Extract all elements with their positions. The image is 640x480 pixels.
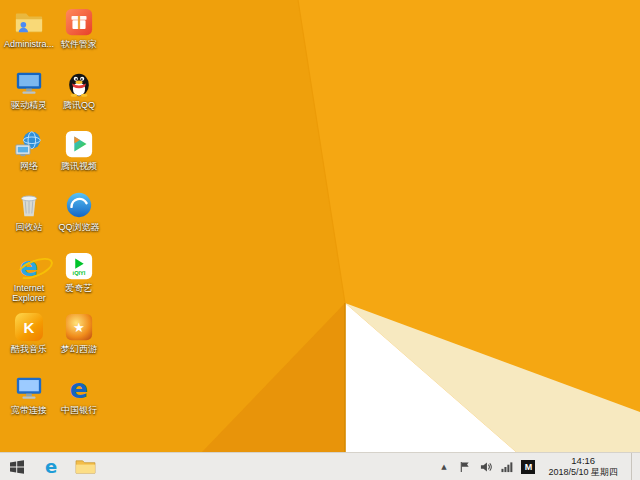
tencent-video-play-icon xyxy=(63,128,95,160)
folder-icon xyxy=(75,458,96,475)
kuwo-music-icon: K xyxy=(13,311,45,343)
desktop-icon-recycle-bin[interactable]: 回收站 xyxy=(1,189,57,250)
desktop-icon-qq-browser[interactable]: QQ浏览器 xyxy=(51,189,107,250)
ime-indicator[interactable]: M xyxy=(521,460,535,474)
desktop-icon-label: 中国银行 xyxy=(61,405,97,415)
desktop-icon-column-1: Administra... 驱动精灵 xyxy=(1,6,57,433)
taskbar-file-explorer-button[interactable] xyxy=(68,453,102,480)
network-globe-icon xyxy=(13,128,45,160)
bank-e-glyph: e xyxy=(70,375,88,402)
desktop-icon-label: 宽带连接 xyxy=(11,405,47,415)
software-manager-icon xyxy=(63,6,95,38)
windows-logo-icon xyxy=(8,458,26,476)
chevron-up-icon: ▲ xyxy=(441,463,446,471)
bank-e-icon: e xyxy=(63,372,95,404)
desktop-icon-label: 网络 xyxy=(20,161,38,171)
speaker-icon xyxy=(480,461,492,473)
desktop-icon-tencent-video[interactable]: 腾讯视频 xyxy=(51,128,107,189)
desktop-icon-label: QQ浏览器 xyxy=(58,222,99,232)
hidden-icons-button[interactable]: ▲ xyxy=(437,460,450,473)
desktop-icon-iqiyi[interactable]: iQIYI 爱奇艺 xyxy=(51,250,107,311)
show-desktop-button[interactable] xyxy=(631,453,637,480)
desktop-icon-label: Internet Explorer xyxy=(1,283,57,304)
broadband-monitor-icon xyxy=(13,372,45,404)
flag-icon xyxy=(459,461,471,473)
action-center-button[interactable] xyxy=(458,460,471,473)
kuwo-k-glyph: K xyxy=(24,319,35,336)
taskbar-ie-button[interactable]: e xyxy=(34,453,68,480)
volume-button[interactable] xyxy=(479,460,492,473)
desktop-icon-software-manager[interactable]: 软件管家 xyxy=(51,6,107,67)
desktop-icon-administrator[interactable]: Administra... xyxy=(1,6,57,67)
desktop-icon-label: Administra... xyxy=(4,39,54,49)
desktop-icon-label: 梦幻西游 xyxy=(61,344,97,354)
clock-date: 2018/5/10 星期四 xyxy=(548,467,618,478)
iqiyi-icon: iQIYI xyxy=(63,250,95,282)
ie-e-glyph: e xyxy=(20,253,38,280)
desktop-icon-broadband[interactable]: 宽带连接 xyxy=(1,372,57,433)
desktop: Administra... 驱动精灵 xyxy=(0,0,640,480)
desktop-icon-label: 爱奇艺 xyxy=(66,283,93,293)
network-signal-icon xyxy=(501,461,513,473)
desktop-icon-label: 腾讯视频 xyxy=(61,161,97,171)
qq-penguin-icon xyxy=(63,67,95,99)
recycle-bin-icon xyxy=(13,189,45,221)
desktop-icon-label: 驱动精灵 xyxy=(11,100,47,110)
desktop-icon-network[interactable]: 网络 xyxy=(1,128,57,189)
game-icon: ★ xyxy=(63,311,95,343)
start-button[interactable] xyxy=(0,453,34,480)
monitor-icon xyxy=(13,67,45,99)
qq-browser-icon xyxy=(63,189,95,221)
ie-taskbar-icon: e xyxy=(45,458,57,476)
user-folder-icon xyxy=(13,6,45,38)
desktop-icon-column-2: 软件管家 腾讯QQ xyxy=(51,6,107,433)
desktop-icon-kuwo-music[interactable]: K 酷我音乐 xyxy=(1,311,57,372)
desktop-icon-qq[interactable]: 腾讯QQ xyxy=(51,67,107,128)
system-tray: ▲ xyxy=(437,453,640,480)
desktop-icon-driver-genius[interactable]: 驱动精灵 xyxy=(1,67,57,128)
desktop-icon-label: 软件管家 xyxy=(61,39,97,49)
desktop-icon-label: 腾讯QQ xyxy=(63,100,95,110)
taskbar: e ▲ xyxy=(0,452,640,480)
network-button[interactable] xyxy=(500,460,513,473)
taskbar-clock[interactable]: 14:16 2018/5/10 星期四 xyxy=(543,455,623,478)
clock-time: 14:16 xyxy=(571,455,595,467)
ie-logo-icon: e xyxy=(13,250,45,282)
game-star-glyph: ★ xyxy=(73,320,85,335)
iqiyi-wordmark: iQIYI xyxy=(73,270,86,276)
desktop-icon-game[interactable]: ★ 梦幻西游 xyxy=(51,311,107,372)
desktop-icon-bank[interactable]: e 中国银行 xyxy=(51,372,107,433)
desktop-icon-label: 酷我音乐 xyxy=(11,344,47,354)
desktop-icon-label: 回收站 xyxy=(16,222,43,232)
desktop-icon-internet-explorer[interactable]: e Internet Explorer xyxy=(1,250,57,311)
